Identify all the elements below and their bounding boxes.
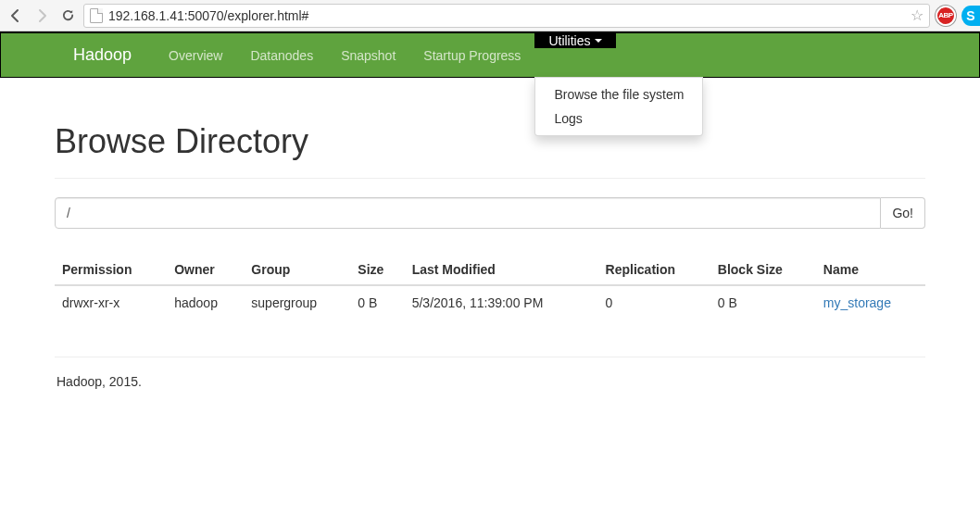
main-navbar: Hadoop Overview Datanodes Snapshot Start… — [0, 31, 980, 78]
cell-name: my_storage — [816, 285, 925, 319]
url-text: 192.168.1.41:50070/explorer.html# — [108, 8, 905, 23]
address-bar[interactable]: 192.168.1.41:50070/explorer.html# ☆ — [83, 4, 930, 28]
cell-permission: drwxr-xr-x — [55, 285, 167, 319]
go-button[interactable]: Go! — [881, 197, 925, 229]
nav-utilities[interactable]: Utilities — [534, 33, 615, 48]
page-title: Browse Directory — [55, 122, 925, 161]
cell-last-modified: 5/3/2016, 11:39:00 PM — [405, 285, 598, 319]
col-group: Group — [244, 255, 350, 285]
cell-size: 0 B — [350, 285, 404, 319]
col-replication: Replication — [598, 255, 710, 285]
directory-link[interactable]: my_storage — [823, 295, 891, 310]
reload-button[interactable] — [57, 6, 78, 26]
table-header-row: Permission Owner Group Size Last Modifie… — [55, 255, 925, 285]
brand[interactable]: Hadoop — [73, 33, 145, 77]
page-icon — [90, 8, 103, 23]
back-button[interactable] — [6, 6, 26, 26]
nav-utilities-label: Utilities — [548, 33, 590, 48]
cell-replication: 0 — [598, 285, 710, 319]
directory-table: Permission Owner Group Size Last Modifie… — [55, 255, 925, 319]
path-input[interactable] — [55, 197, 881, 229]
cell-block-size: 0 B — [710, 285, 816, 319]
col-owner: Owner — [167, 255, 244, 285]
utilities-dropdown: Browse the file system Logs — [534, 77, 703, 136]
dropdown-browse-fs[interactable]: Browse the file system — [535, 82, 702, 106]
browser-toolbar: 192.168.1.41:50070/explorer.html# ☆ ABP … — [0, 0, 980, 31]
nav-startup-progress[interactable]: Startup Progress — [409, 33, 534, 77]
nav-utilities-wrap: Utilities Browse the file system Logs — [534, 33, 615, 77]
dropdown-logs[interactable]: Logs — [535, 106, 702, 131]
col-last-modified: Last Modified — [405, 255, 598, 285]
nav-datanodes[interactable]: Datanodes — [236, 33, 327, 77]
divider — [55, 178, 925, 179]
col-size: Size — [350, 255, 404, 285]
bookmark-star-icon[interactable]: ☆ — [911, 6, 923, 24]
cell-owner: hadoop — [167, 285, 244, 319]
col-name: Name — [816, 255, 925, 285]
path-input-row: Go! — [55, 197, 925, 229]
cell-group: supergroup — [244, 285, 350, 319]
nav-overview[interactable]: Overview — [155, 33, 236, 77]
caret-down-icon — [595, 39, 602, 43]
footer-divider — [55, 357, 925, 357]
skype-extension-icon[interactable]: S — [961, 6, 980, 26]
table-row: drwxr-xr-x hadoop supergroup 0 B 5/3/201… — [55, 285, 925, 319]
page-container: Browse Directory Go! Permission Owner Gr… — [41, 122, 939, 417]
adblock-extension-icon[interactable]: ABP — [936, 6, 956, 26]
col-permission: Permission — [55, 255, 167, 285]
footer-text: Hadoop, 2015. — [55, 374, 925, 417]
col-block-size: Block Size — [710, 255, 816, 285]
nav-snapshot[interactable]: Snapshot — [327, 33, 409, 77]
forward-button[interactable] — [31, 6, 52, 26]
